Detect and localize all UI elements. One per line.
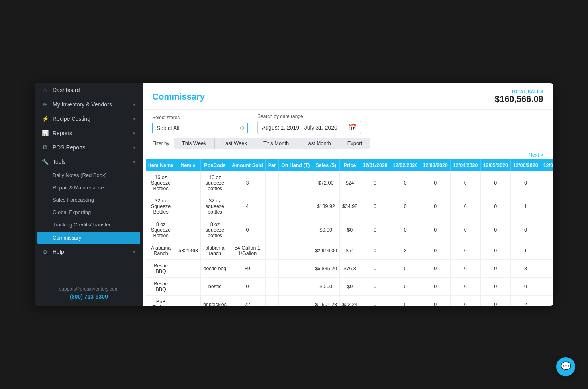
table-cell: [265, 296, 278, 306]
table-cell: 0: [360, 296, 390, 306]
table-cell: 0: [450, 278, 480, 296]
sidebar-item-recipe[interactable]: ⚡ Recipe Costing ▼: [35, 112, 143, 126]
table-cell: 0: [390, 278, 420, 296]
table-cell: bnbpickles: [200, 296, 229, 306]
commissary-table: Item Name Item # PosCode Amount Sold Par…: [146, 159, 553, 306]
table-cell: $0.00: [312, 278, 340, 296]
sidebar-item-label: Repair & Maintenance: [53, 185, 104, 191]
total-sales-block: TOTAL SALES $160,566.09: [495, 89, 543, 104]
table-wrapper: Item Name Item # PosCode Amount Sold Par…: [143, 159, 553, 306]
col-item-num: Item #: [176, 159, 201, 171]
table-cell: 0: [420, 278, 451, 296]
chat-button[interactable]: 💬: [556, 357, 575, 376]
table-cell: 0: [420, 218, 451, 242]
table-cell: 0: [360, 195, 390, 218]
store-select-wrapper: Select All ⬡: [152, 122, 248, 134]
table-cell: 0: [420, 242, 451, 260]
sidebar-item-commissary[interactable]: Commissary: [37, 232, 140, 244]
table-row: 32 oz Squeeze Bottles32 oz squeeze bottl…: [146, 195, 553, 218]
next-row[interactable]: Next »: [143, 150, 553, 159]
table-cell: [176, 171, 201, 195]
table-cell: $22.24: [340, 296, 360, 306]
sidebar-item-help[interactable]: ⊕ Help ▼: [35, 245, 143, 259]
col-d6: 12/06/2020: [511, 159, 541, 171]
store-filter-group: Select stores Select All ⬡: [152, 115, 248, 134]
sidebar-item-dashboard[interactable]: ⌂ Dashboard: [35, 83, 143, 97]
table-cell: $0: [340, 218, 360, 242]
export-button[interactable]: Export: [339, 138, 370, 149]
table-cell: 0: [450, 296, 480, 306]
main-content: Commissary TOTAL SALES $160,566.09 Selec…: [143, 83, 553, 306]
table-cell: bestie bbq: [200, 260, 229, 278]
total-sales-label: TOTAL SALES: [495, 89, 543, 94]
help-icon: ⊕: [41, 249, 49, 255]
filters-row: Select stores Select All ⬡ Search by dat…: [143, 110, 553, 136]
chevron-down-icon: ▼: [132, 250, 136, 254]
table-cell: 2: [511, 296, 541, 306]
sidebar-item-global-exporting[interactable]: Global Exporting: [35, 206, 143, 218]
table-cell: 5321468: [176, 242, 201, 260]
table-cell: 0: [450, 171, 480, 195]
table-cell: 0: [480, 260, 511, 278]
table-cell: 0: [480, 171, 511, 195]
table-cell: 0: [360, 260, 390, 278]
table-cell: 0: [360, 218, 390, 242]
sidebar-item-daily-notes[interactable]: Daily Notes (Red Book): [35, 169, 143, 181]
table-cell: 1: [511, 242, 541, 260]
last-month-button[interactable]: Last Month: [297, 138, 339, 149]
sidebar-item-reports[interactable]: 📊 Reports ▼: [35, 126, 143, 140]
sidebar-item-pos-reports[interactable]: 🖥 POS Reports ▼: [35, 140, 143, 155]
table-cell: 0: [360, 171, 390, 195]
col-d4: 12/04/2020: [450, 159, 480, 171]
date-range-value: August 1, 2019 - July 31, 2020: [262, 124, 337, 131]
table-cell: [265, 171, 278, 195]
table-cell: 8 oz Squeeze Bottles: [146, 218, 176, 242]
table-cell: $1,601.28: [312, 296, 340, 306]
table-cell: $139.92: [312, 195, 340, 218]
table-cell: [278, 260, 312, 278]
table-cell: [176, 218, 201, 242]
chevron-down-icon: ▼: [132, 117, 136, 121]
inventory-icon: ✏: [41, 101, 49, 108]
table-cell: $0: [340, 278, 360, 296]
store-select[interactable]: Select All: [152, 122, 248, 134]
table-cell: Bestie BBQ: [146, 278, 176, 296]
table-cell: 0: [390, 171, 420, 195]
sidebar-item-label: POS Reports: [53, 144, 128, 151]
last-week-button[interactable]: Last Week: [215, 138, 255, 149]
table-cell: 0: [541, 260, 553, 278]
sidebar-item-tracking-credits[interactable]: Tracking Credits/Transfer: [35, 218, 143, 231]
table-cell: 5: [390, 296, 420, 306]
sidebar-item-inventory[interactable]: ✏ My Inventory & Vendors ▼: [35, 97, 143, 112]
sidebar-item-sales-forecasting[interactable]: Sales Forecasting: [35, 194, 143, 206]
table-cell: 0: [480, 195, 511, 218]
table-cell: 0: [480, 278, 511, 296]
table-cell: $34.98: [340, 195, 360, 218]
this-week-button[interactable]: This Week: [174, 138, 215, 149]
table-cell: Alabama Ranch: [146, 242, 176, 260]
sidebar-item-repair[interactable]: Repair & Maintenance: [35, 181, 143, 194]
this-month-button[interactable]: This Month: [255, 138, 297, 149]
chevron-down-icon: ▼: [132, 160, 136, 164]
sidebar-item-label: Sales Forecasting: [53, 197, 94, 203]
table-cell: 32 oz Squeeze Bottles: [146, 195, 176, 218]
chat-icon: 💬: [561, 361, 571, 372]
table-cell: $54: [340, 242, 360, 260]
col-item-name: Item Name: [146, 159, 176, 171]
table-cell: [176, 195, 201, 218]
date-filter-group: Search by date range August 1, 2019 - Ju…: [257, 114, 361, 134]
table-cell: 72: [229, 296, 265, 306]
sidebar-item-tools[interactable]: 🔧 Tools ▼: [35, 155, 143, 169]
date-range-input[interactable]: August 1, 2019 - July 31, 2020 📅: [257, 121, 361, 134]
table-row: 16 oz Squeeze Bottles16 oz squeeze bottl…: [146, 171, 553, 195]
table-row: Bestie BBQbestie bbq89$6,835.20$76.80500…: [146, 260, 553, 278]
col-d7: 12/07/2020: [541, 159, 553, 171]
table-cell: $0.00: [312, 218, 340, 242]
table-cell: 89: [229, 260, 265, 278]
table-cell: 4: [229, 195, 265, 218]
sidebar-item-label: My Inventory & Vendors: [53, 101, 128, 108]
table-cell: [176, 296, 201, 306]
col-par: Par: [265, 159, 278, 171]
col-on-hand: On Hand (T): [278, 159, 312, 171]
date-filter-label: Search by date range: [257, 114, 361, 119]
